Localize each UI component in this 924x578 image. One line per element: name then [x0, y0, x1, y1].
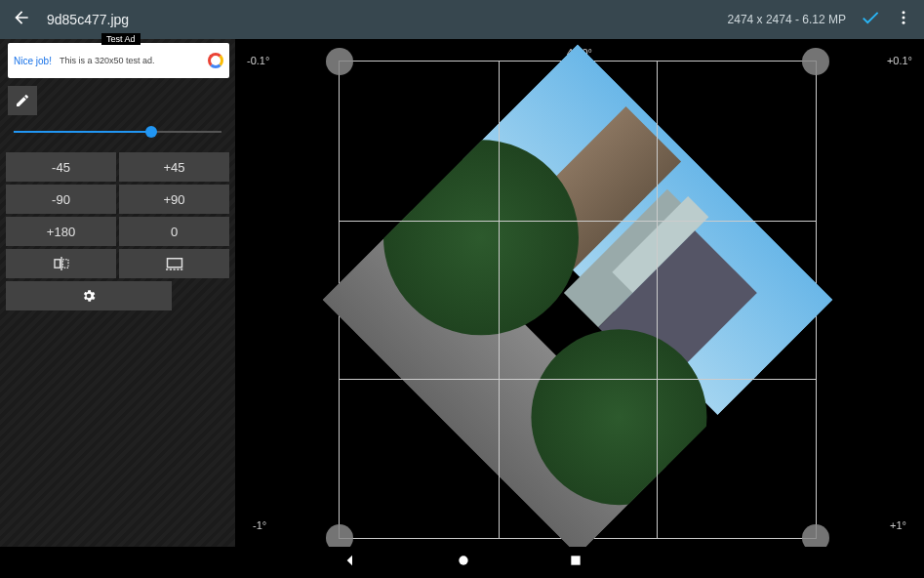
- svg-rect-3: [55, 260, 60, 268]
- ad-headline: Nice job!: [14, 56, 52, 66]
- android-navbar: [0, 547, 924, 578]
- nav-back-icon[interactable]: [342, 553, 358, 572]
- edit-pencil-button[interactable]: [8, 86, 37, 115]
- svg-point-8: [459, 556, 467, 564]
- canvas-area[interactable]: 45.0° -0.1° +0.1° -1° +1°: [235, 39, 924, 547]
- back-arrow-icon[interactable]: [12, 8, 31, 31]
- nav-recent-icon[interactable]: [569, 554, 583, 571]
- aspect-ratio-button[interactable]: [119, 249, 229, 278]
- filename-label: 9d85c477.jpg: [47, 12, 728, 27]
- crop-frame[interactable]: [339, 61, 817, 539]
- nudge-minus-1-button[interactable]: -1°: [253, 519, 266, 531]
- nudge-minus-0-1-button[interactable]: -0.1°: [247, 55, 269, 66]
- nav-home-icon[interactable]: [456, 553, 471, 572]
- dimensions-label: 2474 x 2474 - 6.12 MP: [728, 13, 846, 26]
- svg-rect-6: [167, 259, 181, 268]
- rotate-plus-90-button[interactable]: +90: [119, 185, 229, 214]
- crop-handle-tl[interactable]: [326, 48, 353, 75]
- photo-preview: [322, 44, 832, 555]
- svg-point-1: [903, 17, 905, 20]
- ad-body: This is a 320x50 test ad.: [60, 56, 208, 65]
- admob-logo-icon: [208, 53, 223, 68]
- more-vert-icon[interactable]: [895, 9, 912, 30]
- svg-point-0: [903, 11, 905, 14]
- rotation-slider[interactable]: [14, 125, 221, 139]
- rotate-180-button[interactable]: +180: [6, 217, 116, 246]
- rotate-minus-90-button[interactable]: -90: [6, 185, 116, 214]
- crop-handle-tr[interactable]: [802, 48, 829, 75]
- svg-point-2: [903, 21, 905, 24]
- ad-badge: Test Ad: [101, 33, 141, 45]
- svg-rect-9: [571, 556, 580, 564]
- rotate-minus-45-button[interactable]: -45: [6, 152, 116, 182]
- rotate-plus-45-button[interactable]: +45: [119, 152, 229, 182]
- flip-horizontal-button[interactable]: [6, 249, 116, 278]
- nudge-plus-0-1-button[interactable]: +0.1°: [887, 55, 912, 66]
- confirm-check-icon[interactable]: [860, 7, 881, 32]
- sidebar: Test Ad Nice job! This is a 320x50 test …: [0, 39, 235, 547]
- nudge-plus-1-button[interactable]: +1°: [890, 519, 906, 531]
- svg-rect-4: [62, 260, 68, 268]
- settings-button[interactable]: [6, 281, 172, 310]
- test-ad-banner[interactable]: Test Ad Nice job! This is a 320x50 test …: [8, 43, 229, 78]
- slider-thumb[interactable]: [145, 126, 157, 138]
- rotate-0-button[interactable]: 0: [119, 217, 229, 246]
